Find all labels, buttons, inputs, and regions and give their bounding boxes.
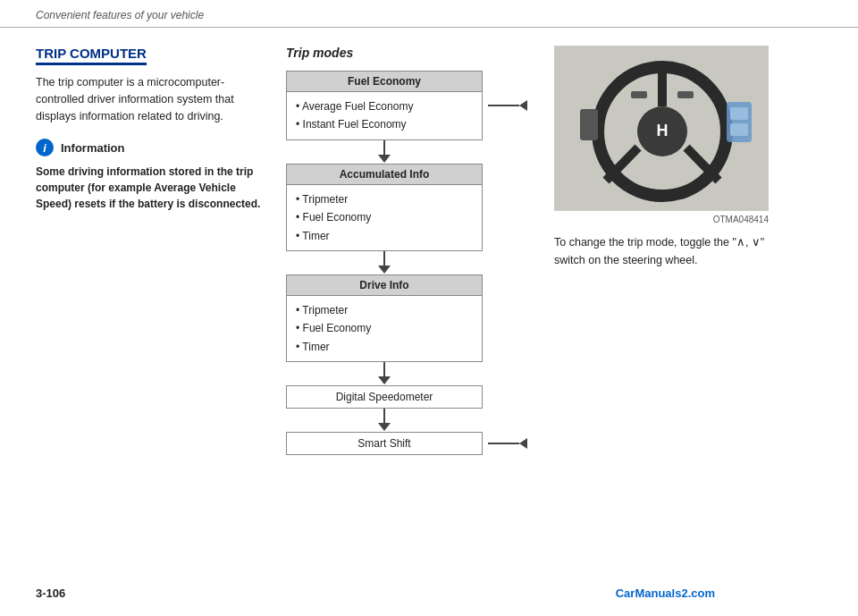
- drive-info-row: Drive Info Tripmeter Fuel Economy Timer: [286, 274, 483, 362]
- steering-wheel-image: H: [554, 46, 769, 211]
- drive-info-body: Tripmeter Fuel Economy Timer: [287, 296, 482, 361]
- svg-rect-9: [730, 107, 748, 120]
- drive-item-2: Fuel Economy: [296, 319, 473, 337]
- acc-item-2: Fuel Economy: [296, 208, 473, 226]
- accumulated-info-body: Tripmeter Fuel Economy Timer: [287, 185, 482, 250]
- digital-speedometer-box: Digital Speedometer: [286, 385, 483, 409]
- flow-chart: Fuel Economy Average Fuel Economy Instan…: [286, 71, 536, 455]
- svg-rect-12: [677, 91, 694, 98]
- arrow-line-2: [488, 443, 519, 444]
- svg-rect-10: [730, 123, 748, 136]
- info-detail-text: Some driving information stored in the t…: [36, 164, 268, 212]
- accumulated-info-header: Accumulated Info: [287, 165, 482, 185]
- arrow-4: [286, 409, 483, 432]
- right-description: To change the trip mode, toggle the "∧, …: [554, 233, 769, 269]
- section-title: TRIP COMPUTER: [36, 46, 147, 65]
- arrow-head: [519, 100, 527, 111]
- smart-shift-right-arrow: [488, 438, 527, 449]
- info-header: i Information: [36, 139, 268, 156]
- info-box: i Information Some driving information s…: [36, 139, 268, 212]
- fuel-economy-right-arrow: [488, 100, 527, 111]
- watermark: CarManuals2.com: [616, 586, 715, 600]
- acc-item-1: Tripmeter: [296, 190, 473, 208]
- info-title: Information: [61, 141, 125, 155]
- smart-shift-box: Smart Shift: [286, 432, 483, 455]
- info-icon: i: [36, 139, 54, 156]
- fuel-economy-row: Fuel Economy Average Fuel Economy Instan…: [286, 71, 527, 140]
- trip-modes-title: Trip modes: [286, 46, 536, 60]
- svg-rect-7: [580, 109, 598, 140]
- arrow-1: [286, 140, 483, 164]
- acc-item-3: Timer: [296, 227, 473, 245]
- accumulated-info-box: Accumulated Info Tripmeter Fuel Economy …: [286, 164, 483, 251]
- smart-shift-row: Smart Shift: [286, 432, 527, 455]
- arrow-3: [286, 362, 483, 385]
- middle-column: Trip modes Fuel Economy Average Fuel Eco…: [286, 46, 536, 455]
- fuel-item-1: Average Fuel Economy: [296, 97, 473, 115]
- drive-info-header: Drive Info: [287, 275, 482, 296]
- accumulated-info-row: Accumulated Info Tripmeter Fuel Economy …: [286, 164, 483, 251]
- left-column: TRIP COMPUTER The trip computer is a mic…: [36, 46, 268, 455]
- fuel-item-2: Instant Fuel Economy: [296, 115, 473, 133]
- fuel-economy-header: Fuel Economy: [287, 72, 482, 92]
- right-column: H OTMA048414 To change the trip mode, to…: [554, 46, 822, 455]
- drive-info-box: Drive Info Tripmeter Fuel Economy Timer: [286, 274, 483, 362]
- arrow-line: [488, 105, 519, 106]
- svg-rect-11: [631, 91, 647, 98]
- page-number: 3-106: [36, 586, 65, 600]
- image-caption: OTMA048414: [554, 215, 769, 224]
- arrow-2: [286, 251, 483, 274]
- fuel-economy-box: Fuel Economy Average Fuel Economy Instan…: [286, 71, 483, 140]
- header-title: Convenient features of your vehicle: [36, 9, 204, 21]
- drive-item-3: Timer: [296, 338, 473, 356]
- arrow-head-2: [519, 438, 527, 449]
- page-header: Convenient features of your vehicle: [0, 0, 858, 28]
- body-text: The trip computer is a microcomputer-con…: [36, 74, 268, 124]
- drive-item-1: Tripmeter: [296, 301, 473, 319]
- fuel-economy-body: Average Fuel Economy Instant Fuel Econom…: [287, 92, 482, 139]
- svg-text:H: H: [657, 122, 669, 139]
